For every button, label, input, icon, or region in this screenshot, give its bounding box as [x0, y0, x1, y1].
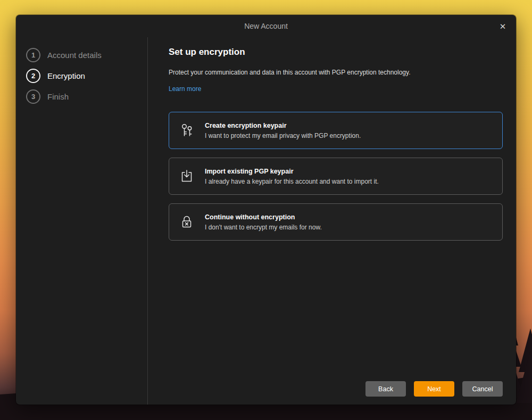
option-texts: Continue without encryption I don't want…: [205, 213, 322, 231]
cancel-button[interactable]: Cancel: [462, 381, 503, 397]
step-label: Account details: [47, 51, 102, 60]
step-account-details[interactable]: 1 Account details: [26, 45, 147, 65]
step-number-circle: 1: [26, 48, 40, 62]
step-finish[interactable]: 3 Finish: [26, 86, 147, 107]
back-button[interactable]: Back: [365, 381, 406, 397]
step-label: Finish: [47, 92, 69, 101]
step-encryption[interactable]: 2 Encryption: [26, 65, 147, 86]
option-title: Continue without encryption: [205, 213, 322, 221]
page-description: Protect your communication and data in t…: [169, 69, 503, 77]
option-description: I don't want to encrypt my emails for no…: [205, 224, 322, 231]
step-label: Encryption: [47, 71, 85, 80]
option-texts: Create encryption keypair I want to prot…: [205, 122, 361, 139]
dialog-content: Set up encryption Protect your communica…: [148, 37, 516, 405]
step-number-circle: 3: [26, 89, 40, 104]
option-title: Import existing PGP keypair: [205, 168, 379, 175]
option-description: I want to protect my email privacy with …: [205, 132, 361, 139]
option-title: Create encryption keypair: [205, 122, 361, 129]
encryption-options: Create encryption keypair I want to prot…: [169, 112, 503, 241]
learn-more-link[interactable]: Learn more: [169, 85, 201, 93]
option-no-encryption[interactable]: Continue without encryption I don't want…: [169, 203, 503, 241]
option-texts: Import existing PGP keypair I already ha…: [205, 168, 379, 185]
option-description: I already have a keypair for this accoun…: [205, 178, 379, 185]
dialog-titlebar: New Account ✕: [16, 15, 516, 37]
next-button[interactable]: Next: [414, 381, 454, 397]
wizard-steps-sidebar: 1 Account details 2 Encryption 3 Finish: [16, 37, 148, 405]
lock-x-icon: [178, 214, 196, 230]
option-create-keypair[interactable]: Create encryption keypair I want to prot…: [169, 112, 503, 149]
dialog-footer: Back Next Cancel: [169, 381, 503, 397]
new-account-dialog: New Account ✕ 1 Account details 2 Encryp…: [16, 15, 516, 405]
page-title: Set up encryption: [169, 47, 503, 57]
close-icon[interactable]: ✕: [496, 20, 510, 34]
keys-icon: [178, 122, 196, 138]
import-icon: [178, 168, 196, 184]
option-import-keypair[interactable]: Import existing PGP keypair I already ha…: [169, 158, 503, 195]
dialog-title: New Account: [244, 22, 288, 30]
step-number-circle: 2: [26, 69, 40, 83]
